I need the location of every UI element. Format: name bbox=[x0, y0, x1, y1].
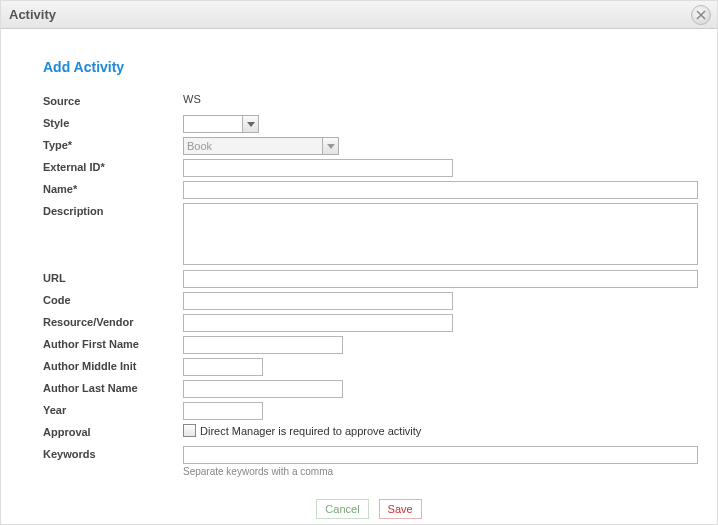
row-author-middle: Author Middle Init bbox=[43, 358, 695, 377]
close-button[interactable] bbox=[691, 5, 711, 25]
label-author-first: Author First Name bbox=[43, 336, 183, 350]
dialog-titlebar: Activity bbox=[1, 1, 717, 29]
row-description: Description bbox=[43, 203, 695, 267]
author-middle-input[interactable] bbox=[183, 358, 263, 376]
activity-dialog: Activity Add Activity Source WS Style bbox=[0, 0, 718, 525]
row-source: Source WS bbox=[43, 93, 695, 112]
row-keywords: Keywords Separate keywords with a comma bbox=[43, 446, 695, 477]
value-source: WS bbox=[183, 93, 201, 105]
row-author-last: Author Last Name bbox=[43, 380, 695, 399]
external-id-input[interactable] bbox=[183, 159, 453, 177]
label-description: Description bbox=[43, 203, 183, 217]
cancel-button[interactable]: Cancel bbox=[316, 499, 368, 519]
row-approval: Approval Direct Manager is required to a… bbox=[43, 424, 695, 443]
label-type: Type* bbox=[43, 137, 183, 151]
button-bar: Cancel Save bbox=[43, 499, 695, 519]
label-code: Code bbox=[43, 292, 183, 306]
dialog-content: Add Activity Source WS Style Type* bbox=[1, 29, 717, 525]
label-author-last: Author Last Name bbox=[43, 380, 183, 394]
label-author-middle: Author Middle Init bbox=[43, 358, 183, 372]
row-external-id: External ID* bbox=[43, 159, 695, 178]
label-external-id: External ID* bbox=[43, 159, 183, 173]
save-button[interactable]: Save bbox=[379, 499, 422, 519]
label-url: URL bbox=[43, 270, 183, 284]
row-url: URL bbox=[43, 270, 695, 289]
label-approval: Approval bbox=[43, 424, 183, 438]
label-resource-vendor: Resource/Vendor bbox=[43, 314, 183, 328]
row-code: Code bbox=[43, 292, 695, 311]
label-name: Name* bbox=[43, 181, 183, 195]
label-style: Style bbox=[43, 115, 183, 129]
style-select[interactable] bbox=[183, 115, 259, 133]
row-style: Style bbox=[43, 115, 695, 134]
type-select-trigger[interactable] bbox=[323, 137, 339, 155]
label-source: Source bbox=[43, 93, 183, 107]
row-type: Type* bbox=[43, 137, 695, 156]
description-input[interactable] bbox=[183, 203, 698, 265]
approval-checkbox-label: Direct Manager is required to approve ac… bbox=[200, 425, 421, 437]
chevron-down-icon bbox=[247, 122, 255, 127]
name-input[interactable] bbox=[183, 181, 698, 199]
approval-checkbox[interactable] bbox=[183, 424, 196, 437]
author-last-input[interactable] bbox=[183, 380, 343, 398]
label-year: Year bbox=[43, 402, 183, 416]
row-year: Year bbox=[43, 402, 695, 421]
row-resource-vendor: Resource/Vendor bbox=[43, 314, 695, 333]
close-icon bbox=[696, 10, 706, 20]
style-select-input[interactable] bbox=[183, 115, 243, 133]
type-select-input[interactable] bbox=[183, 137, 323, 155]
year-input[interactable] bbox=[183, 402, 263, 420]
chevron-down-icon bbox=[327, 144, 335, 149]
code-input[interactable] bbox=[183, 292, 453, 310]
resource-vendor-input[interactable] bbox=[183, 314, 453, 332]
row-name: Name* bbox=[43, 181, 695, 200]
dialog-title: Activity bbox=[9, 7, 56, 22]
type-select[interactable] bbox=[183, 137, 339, 155]
url-input[interactable] bbox=[183, 270, 698, 288]
row-author-first: Author First Name bbox=[43, 336, 695, 355]
author-first-input[interactable] bbox=[183, 336, 343, 354]
style-select-trigger[interactable] bbox=[243, 115, 259, 133]
form-heading: Add Activity bbox=[43, 59, 695, 75]
label-keywords: Keywords bbox=[43, 446, 183, 460]
keywords-input[interactable] bbox=[183, 446, 698, 464]
keywords-helper: Separate keywords with a comma bbox=[183, 466, 698, 477]
